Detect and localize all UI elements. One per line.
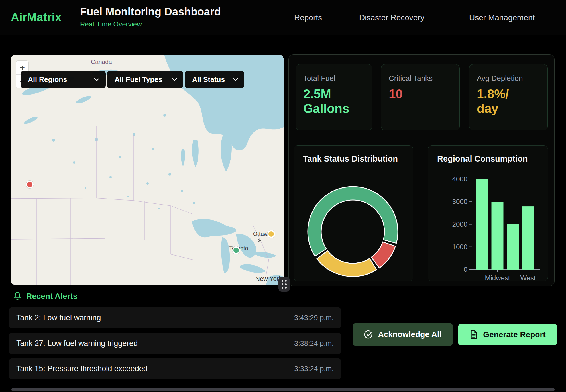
region-filter-dropdown[interactable]: All Regions — [21, 71, 106, 88]
page-subtitle: Real-Time Overview — [80, 20, 221, 28]
status-filter-value: All Status — [192, 75, 225, 84]
nav-user-management[interactable]: User Management — [469, 13, 535, 22]
chevron-down-icon — [172, 78, 177, 81]
donut-segment-critical — [371, 242, 395, 268]
bar-axis-label: 1000 — [452, 243, 467, 251]
fuel-monitoring-dashboard: AirMatrix Fuel Monitoring Dashboard Real… — [0, 0, 566, 392]
acknowledge-all-button[interactable]: Acknowledge All — [353, 323, 453, 346]
map-label-new-york: New York — [255, 275, 282, 282]
nav-disaster-recovery[interactable]: Disaster Recovery — [359, 13, 424, 22]
bar-series-2 — [507, 224, 519, 270]
donut-chart — [294, 146, 414, 281]
map-marker-warning[interactable] — [267, 230, 275, 238]
map[interactable]: Canada Ottawa Toronto New York — [11, 55, 284, 285]
fuel-type-filter-dropdown[interactable]: All Fuel Types — [107, 71, 183, 88]
title-block: Fuel Monitoring Dashboard Real-Time Over… — [80, 6, 221, 28]
document-icon — [469, 330, 478, 339]
alert-row[interactable]: Tank 27: Low fuel warning triggered 3:38… — [9, 333, 341, 354]
alert-row[interactable]: Tank 2: Low fuel warning 3:43:29 p.m. — [9, 307, 341, 328]
bar-West — [522, 206, 534, 270]
stat-card-critical-tanks: Critical Tanks 10 — [381, 64, 460, 130]
stat-label: Total Fuel — [303, 74, 365, 83]
regional-consumption-card: Regional Consumption 01000200030004000Mi… — [428, 145, 548, 281]
alert-timestamp: 3:38:24 p.m. — [294, 339, 334, 348]
alert-timestamp: 3:33:24 p.m. — [294, 365, 334, 373]
nav-reports[interactable]: Reports — [294, 13, 322, 22]
chevron-down-icon — [233, 78, 238, 81]
header: AirMatrix Fuel Monitoring Dashboard Real… — [0, 0, 566, 35]
map-marker-normal[interactable] — [232, 246, 240, 254]
page-title: Fuel Monitoring Dashboard — [80, 6, 221, 18]
chevron-down-icon — [94, 78, 99, 81]
map-drag-handle[interactable] — [278, 277, 290, 292]
alerts-header: Recent Alerts — [13, 292, 77, 301]
bar-axis-label: 3000 — [452, 198, 467, 205]
region-filter-value: All Regions — [28, 75, 67, 84]
bar-axis-label: Midwest — [485, 274, 510, 281]
map-marker-critical[interactable] — [26, 181, 34, 188]
bar-chart: 01000200030004000MidwestWest — [428, 146, 548, 281]
bar-axis-label: West — [520, 274, 536, 281]
tank-status-distribution-card: Tank Status Distribution — [294, 145, 413, 281]
donut-segment-warning — [317, 251, 377, 277]
bar-axis-label: 4000 — [452, 175, 467, 183]
alert-message: Tank 27: Low fuel warning triggered — [16, 339, 138, 348]
generate-report-button[interactable]: Generate Report — [458, 324, 557, 345]
bell-icon — [13, 292, 22, 301]
bar-series-0 — [476, 179, 488, 270]
stat-label: Critical Tanks — [389, 74, 452, 83]
fuel-type-filter-value: All Fuel Types — [115, 75, 162, 84]
alerts-title: Recent Alerts — [26, 292, 77, 301]
map-label-country: Canada — [91, 58, 112, 65]
bar-axis-label: 0 — [464, 266, 467, 273]
acknowledge-all-label: Acknowledge All — [378, 330, 441, 339]
stat-label: Avg Depletion — [477, 74, 540, 83]
stat-card-total-fuel: Total Fuel 2.5M Gallons — [296, 64, 372, 130]
stat-value: 10 — [389, 87, 452, 101]
alert-timestamp: 3:43:29 p.m. — [294, 314, 334, 322]
alert-message: Tank 2: Low fuel warning — [16, 313, 101, 322]
check-circle-icon — [364, 330, 373, 339]
stat-value: 2.5M Gallons — [303, 87, 365, 116]
bar-Midwest — [492, 202, 504, 270]
stat-card-avg-depletion: Avg Depletion 1.8%/ day — [469, 64, 548, 130]
bottom-scrollbar[interactable] — [11, 388, 555, 391]
map-canvas: Canada Ottawa Toronto New York — [11, 55, 284, 285]
alert-message: Tank 15: Pressure threshold exceeded — [16, 364, 148, 373]
brand-logo[interactable]: AirMatrix — [11, 11, 62, 24]
alert-row[interactable]: Tank 15: Pressure threshold exceeded 3:3… — [9, 358, 341, 379]
stat-value: 1.8%/ day — [477, 87, 540, 116]
bar-axis-label: 2000 — [452, 220, 467, 228]
generate-report-label: Generate Report — [483, 330, 545, 339]
status-filter-dropdown[interactable]: All Status — [185, 71, 244, 88]
